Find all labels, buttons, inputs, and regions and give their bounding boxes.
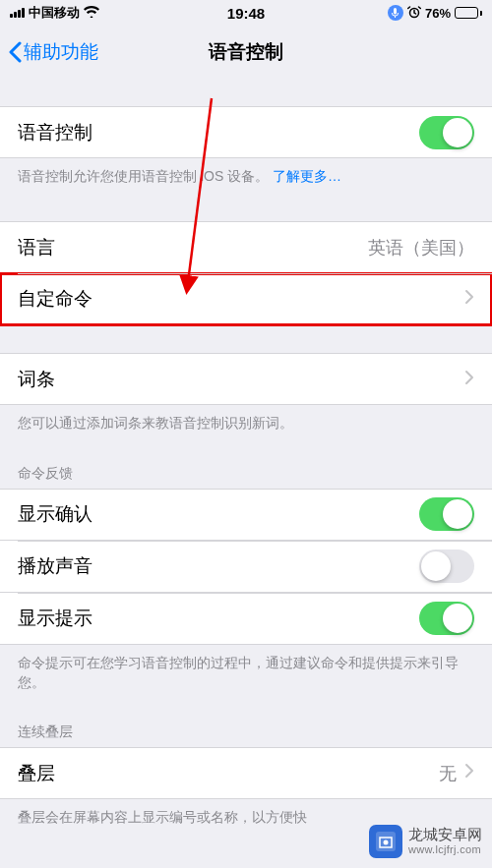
vocabulary-footer: 您可以通过添加词条来教语音控制识别新词。 — [0, 405, 492, 440]
signal-icon — [10, 8, 25, 18]
learn-more-link[interactable]: 了解更多… — [273, 168, 341, 184]
back-label: 辅助功能 — [24, 39, 98, 65]
status-bar: 中国移动 19:48 76% — [0, 0, 492, 26]
show-hints-row[interactable]: 显示提示 — [0, 593, 492, 645]
overlay-header: 连续叠层 — [0, 718, 492, 747]
voice-control-label: 语音控制 — [18, 120, 92, 145]
nav-bar: 辅助功能 语音控制 — [0, 26, 492, 79]
wifi-icon — [84, 6, 99, 21]
show-confirmation-switch[interactable] — [419, 497, 474, 531]
status-right: 76% — [388, 5, 482, 22]
chevron-right-icon — [464, 288, 474, 310]
play-sound-row[interactable]: 播放声音 — [0, 541, 492, 593]
overlay-label: 叠层 — [18, 761, 55, 786]
play-sound-label: 播放声音 — [18, 553, 92, 579]
battery-icon — [455, 7, 482, 19]
watermark-title: 龙城安卓网 — [408, 826, 482, 843]
custom-commands-row[interactable]: 自定命令 — [0, 273, 492, 325]
watermark-logo-icon — [369, 825, 402, 858]
language-label: 语言 — [18, 235, 55, 260]
feedback-header: 命令反馈 — [0, 459, 492, 489]
group-feedback: 命令反馈 显示确认 播放声音 显示提示 命令提示可在您学习语音控制的过程中，通过… — [0, 459, 492, 701]
language-value: 英语（美国） — [368, 236, 474, 260]
page-title: 语音控制 — [209, 39, 283, 65]
voice-indicator-icon — [388, 5, 403, 21]
overlay-value: 无 — [439, 762, 474, 785]
chevron-right-icon — [464, 763, 474, 783]
chevron-left-icon — [8, 41, 22, 63]
watermark: 龙城安卓网 www.lcjfrj.com — [369, 825, 482, 858]
group-language: 语言 英语（美国） 自定命令 — [0, 221, 492, 325]
show-hints-label: 显示提示 — [18, 606, 92, 631]
watermark-url: www.lcjfrj.com — [408, 843, 481, 856]
voice-control-row[interactable]: 语音控制 — [0, 106, 492, 158]
group-overlay: 连续叠层 叠层 无 叠层会在屏幕内容上显示编号或名称，以方便快 — [0, 718, 492, 835]
battery-percent: 76% — [425, 6, 451, 21]
alarm-icon — [407, 5, 421, 22]
vocabulary-label: 词条 — [18, 367, 55, 392]
show-confirmation-row[interactable]: 显示确认 — [0, 489, 492, 541]
language-row[interactable]: 语言 英语（美国） — [0, 221, 492, 273]
show-confirmation-label: 显示确认 — [18, 501, 92, 527]
group-vocabulary: 词条 您可以通过添加词条来教语音控制识别新词。 — [0, 353, 492, 440]
status-time: 19:48 — [227, 5, 265, 22]
show-hints-switch[interactable] — [419, 602, 474, 635]
group-voice-control: 语音控制 语音控制允许您使用语音控制 iOS 设备。 了解更多… — [0, 106, 492, 194]
vocabulary-row[interactable]: 词条 — [0, 353, 492, 405]
feedback-footer: 命令提示可在您学习语音控制的过程中，通过建议命令和提供提示来引导您。 — [0, 645, 492, 701]
voice-control-footer: 语音控制允许您使用语音控制 iOS 设备。 了解更多… — [0, 158, 492, 194]
custom-commands-label: 自定命令 — [18, 286, 92, 312]
svg-point-3 — [384, 840, 389, 845]
back-button[interactable]: 辅助功能 — [8, 39, 98, 65]
play-sound-switch[interactable] — [419, 550, 474, 583]
status-left: 中国移动 — [10, 4, 99, 22]
overlay-row[interactable]: 叠层 无 — [0, 747, 492, 799]
chevron-right-icon — [464, 369, 474, 390]
carrier-label: 中国移动 — [29, 4, 80, 22]
voice-control-switch[interactable] — [419, 116, 474, 149]
